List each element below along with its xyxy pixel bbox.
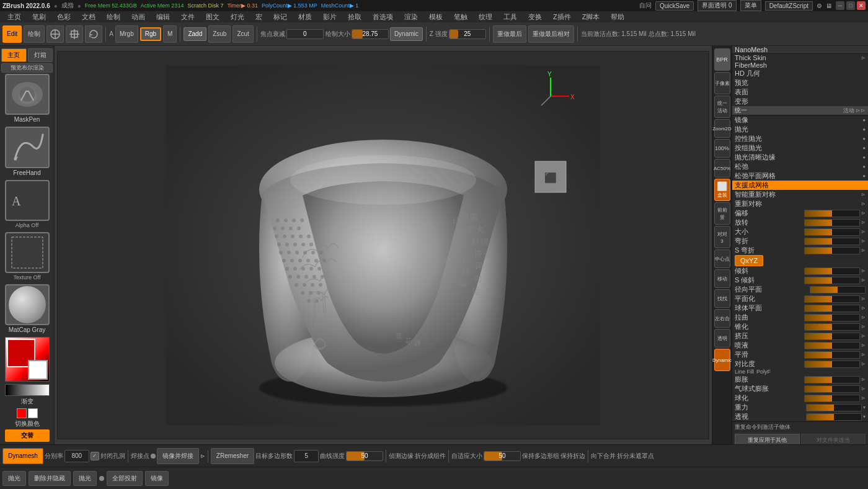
move-icon-button[interactable]: 移动	[714, 269, 730, 288]
sub-element-button[interactable]: 子像素	[714, 72, 730, 94]
menu-item-material[interactable]: 材质	[293, 12, 317, 22]
menu-item-help[interactable]: 帮助	[606, 12, 629, 22]
tab-lightbox[interactable]: 灯箱	[28, 48, 53, 62]
s-tilt-slider[interactable]	[804, 277, 860, 284]
morph-row[interactable]: 变形	[732, 97, 868, 106]
menu-item-zplugin[interactable]: Z插件	[548, 12, 576, 22]
resolution-checkbox[interactable]: ✓	[91, 452, 99, 460]
offset-slider[interactable]	[804, 210, 860, 217]
surface-row[interactable]: 表面	[732, 87, 868, 97]
relax-plane-row[interactable]: 松弛平面网格 ●	[732, 171, 868, 181]
ac50-button[interactable]: AC50%	[714, 159, 730, 177]
menu-item-color[interactable]: 色彩	[52, 12, 76, 22]
viewport[interactable]: 四 大 理 滑 大 人 向 回 将 大 好 诗 词 向	[55, 46, 712, 444]
boxed-button[interactable]: ⬜ 盒装	[714, 179, 730, 201]
menu-item-anim[interactable]: 动画	[126, 12, 150, 22]
zsub-button[interactable]: Zsub	[208, 25, 231, 43]
zoom2d-button[interactable]: Zoom2D	[714, 119, 730, 138]
qxyz-button[interactable]: QxYZ	[735, 255, 763, 266]
rgb-button[interactable]: Rgb	[140, 27, 161, 41]
menu-item-draw[interactable]: 绘制	[102, 12, 125, 22]
brush-icon-freehand[interactable]	[5, 127, 50, 168]
smooth-row[interactable]: 平滑 ⊳	[732, 350, 868, 359]
bend-row[interactable]: 弯折 ⊳	[732, 236, 868, 246]
resolution-input[interactable]	[64, 450, 89, 462]
dynamesh-button[interactable]: Dynamesh	[2, 448, 43, 464]
contrast-row[interactable]: 对比度 ⊳	[732, 359, 868, 369]
zadd-button[interactable]: Zadd	[184, 27, 206, 41]
bg-color-swatch[interactable]	[28, 408, 38, 418]
perspective-button[interactable]: 前前 景	[714, 202, 730, 225]
maximize-button[interactable]: □	[846, 1, 855, 10]
center-button[interactable]: 中心点	[714, 249, 730, 268]
rotate-row[interactable]: 放转 ⊳	[732, 218, 868, 227]
s-tilt-row[interactable]: S 倾斜 ⊳	[732, 276, 868, 285]
extrude-row[interactable]: 挤压 ⊳	[732, 331, 868, 341]
spherize-row[interactable]: 球化 ⊳	[732, 393, 868, 403]
preview-row[interactable]: 预览	[732, 78, 868, 87]
extrude-slider[interactable]	[804, 333, 860, 340]
inflate-slider[interactable]	[804, 376, 860, 384]
unified-active-button[interactable]: 统一 活动	[714, 96, 730, 118]
weld-points-dot[interactable]	[151, 454, 156, 459]
hide-button[interactable]: 删除并隐藏	[29, 471, 71, 486]
spherize-slider[interactable]	[804, 395, 860, 402]
re-symmetry-row[interactable]: 重新对称 ⊳	[732, 199, 868, 209]
menu-item-render[interactable]: 渲染	[399, 12, 423, 22]
menu-item-texture[interactable]: 纹理	[474, 12, 497, 22]
bpr-button[interactable]: BPR	[714, 48, 730, 71]
tab-home[interactable]: 主页	[1, 48, 27, 62]
bend-slider[interactable]	[804, 238, 860, 245]
monitor-icon[interactable]: 🖥	[826, 2, 832, 9]
taper-slider[interactable]	[804, 323, 860, 331]
menu-item-transform[interactable]: 变换	[523, 12, 547, 22]
flatten-row[interactable]: 平面化 ⊳	[732, 294, 868, 303]
mirror-weld-expand[interactable]: ⊳	[200, 453, 205, 459]
curve-strength-slider[interactable]: 50	[346, 451, 383, 461]
gravity-row[interactable]: 重力 ▾	[732, 403, 868, 412]
mirror-status-button[interactable]: 镜像	[145, 471, 169, 486]
sphere-plane-slider[interactable]	[804, 305, 860, 312]
repeat-apply-button[interactable]: 重复应用于其他	[735, 434, 800, 444]
dynamic-button[interactable]: Dynamic	[390, 27, 423, 41]
menu-item-movie[interactable]: 影片	[318, 12, 342, 22]
z-strength-slider[interactable]: 25	[449, 29, 486, 39]
edit-button[interactable]: Edit	[2, 25, 22, 43]
polishing2-dot[interactable]	[99, 476, 104, 481]
perspective-row[interactable]: 透视 ▾	[732, 412, 868, 421]
pull-row[interactable]: 拉曲 ⊳	[732, 313, 868, 322]
scale-button[interactable]	[66, 25, 83, 43]
adaptive-size-slider[interactable]: 50	[484, 451, 521, 461]
transparent-button[interactable]: 透明	[714, 329, 730, 348]
sphere-plane-row[interactable]: 球体平面 ⊳	[732, 303, 868, 313]
menu-item-marker[interactable]: 标记	[268, 12, 292, 22]
move-button[interactable]	[46, 25, 64, 43]
radial-plane-slider[interactable]	[810, 286, 866, 294]
alpha-icon[interactable]: A	[5, 180, 50, 221]
smooth-slider[interactable]	[804, 351, 860, 359]
zoom100-button[interactable]: 100%	[714, 139, 730, 158]
settings-icon[interactable]: ⚙	[817, 2, 822, 9]
focal-slider[interactable]: 0	[286, 29, 324, 39]
fibermesh-row[interactable]: FiberMesh	[732, 61, 868, 69]
menu-item-brush[interactable]: 笔刷	[27, 12, 51, 22]
rotate-slider[interactable]	[804, 219, 860, 227]
fg-color-swatch[interactable]	[17, 408, 27, 418]
mrgb-button[interactable]: Mrgb	[115, 25, 138, 43]
perspective-slider[interactable]	[806, 413, 862, 421]
find-button[interactable]: 找找	[714, 289, 730, 308]
minimize-button[interactable]: ─	[836, 1, 844, 10]
hd-geo-row[interactable]: HD 几何	[732, 69, 868, 78]
sharp-edge-polish-row[interactable]: 抛光清晰边缘 ●	[732, 153, 868, 162]
menu-item-tool[interactable]: 工具	[498, 12, 522, 22]
size-row[interactable]: 大小 ⊳	[732, 227, 868, 236]
menu-item-macro[interactable]: 宏	[250, 12, 267, 22]
relax-row[interactable]: 松弛 ●	[732, 162, 868, 171]
quicksave-button[interactable]: QuickSave	[655, 1, 694, 11]
balloon-inflate-slider[interactable]	[804, 385, 860, 393]
tab-preview-render[interactable]: 预览布尔渲染	[1, 63, 53, 73]
spray-row[interactable]: 喷液 ⊳	[732, 341, 868, 350]
control-polish-row[interactable]: 控性抛光 ●	[732, 134, 868, 143]
close-button[interactable]: ✕	[857, 1, 866, 10]
polishing2-button[interactable]: 抛光	[73, 471, 97, 486]
